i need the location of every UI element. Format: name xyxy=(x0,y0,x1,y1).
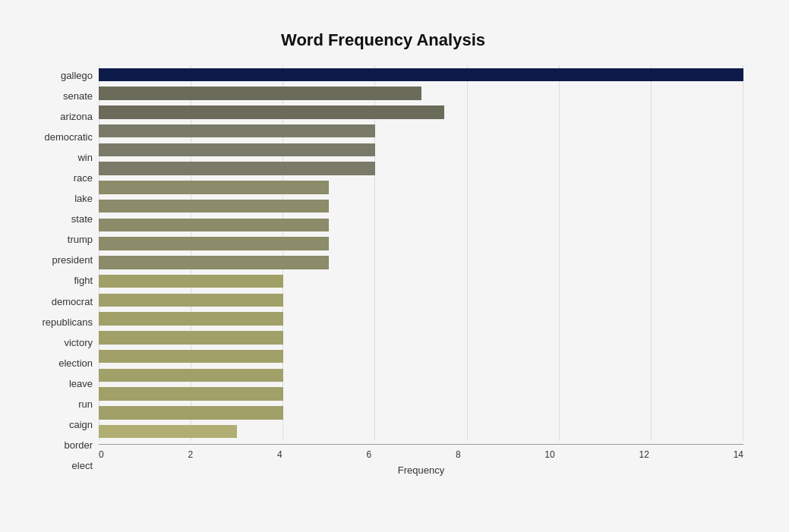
bar xyxy=(99,87,421,99)
bar-row xyxy=(99,366,743,385)
bar xyxy=(99,237,329,250)
bar xyxy=(99,200,329,212)
bar-row xyxy=(99,159,743,178)
chart-container: Word Frequency Analysis gallegosenateari… xyxy=(15,15,774,532)
x-tick: 14 xyxy=(734,449,743,460)
y-label: democratic xyxy=(44,132,93,142)
bar xyxy=(99,256,329,269)
bar xyxy=(99,369,283,382)
bar-row xyxy=(99,329,743,348)
x-tick: 8 xyxy=(456,449,461,460)
bar-row xyxy=(99,422,743,441)
bar-row xyxy=(99,140,743,159)
y-label: race xyxy=(74,173,93,183)
y-labels: gallegosenatearizonademocraticwinracelak… xyxy=(23,65,99,476)
y-label: senate xyxy=(63,91,93,101)
y-label: president xyxy=(52,255,93,265)
x-tick: 2 xyxy=(188,449,193,460)
x-axis-label: Frequency xyxy=(99,464,743,476)
y-label: election xyxy=(58,358,93,368)
y-label: republicans xyxy=(43,317,93,327)
bar-row xyxy=(99,178,743,197)
bar xyxy=(99,181,329,194)
bar-row xyxy=(99,216,743,235)
y-label: arizona xyxy=(60,112,93,121)
bar xyxy=(99,105,444,118)
x-tick: 6 xyxy=(366,449,371,460)
bar-row xyxy=(99,197,743,216)
bar-row xyxy=(99,310,743,329)
bar xyxy=(99,331,283,344)
y-label: win xyxy=(77,153,93,162)
y-label: lake xyxy=(74,194,93,203)
x-tick: 12 xyxy=(639,449,649,460)
chart-area: gallegosenatearizonademocraticwinracelak… xyxy=(23,65,743,476)
x-tick: 10 xyxy=(544,449,554,460)
bar xyxy=(99,294,283,307)
bar xyxy=(99,162,375,175)
y-label: border xyxy=(64,440,93,450)
bars-wrapper xyxy=(99,65,743,441)
bar-row xyxy=(99,253,743,272)
y-label: leave xyxy=(69,379,93,389)
bar xyxy=(99,312,283,325)
bar-row xyxy=(99,103,743,122)
bar-row xyxy=(99,291,743,310)
bar-row xyxy=(99,404,743,423)
bar-row xyxy=(99,385,743,404)
y-label: gallego xyxy=(61,71,93,80)
y-label: run xyxy=(78,399,93,409)
bar-row xyxy=(99,121,743,140)
x-tick: 0 xyxy=(99,449,104,460)
bar-row xyxy=(99,84,743,103)
bar xyxy=(99,219,329,231)
y-label: victory xyxy=(64,338,93,348)
y-label: fight xyxy=(74,275,93,285)
bar xyxy=(99,350,283,363)
bar xyxy=(99,275,283,288)
bar-row xyxy=(99,347,743,366)
y-label: caign xyxy=(69,420,93,430)
y-label: state xyxy=(71,214,93,224)
x-axis: 02468101214 xyxy=(99,444,743,460)
bar xyxy=(99,387,283,400)
bar xyxy=(99,143,375,156)
bar xyxy=(99,406,283,419)
y-label: democrat xyxy=(52,297,93,307)
bars-and-axes: 02468101214 Frequency xyxy=(99,65,743,476)
bar-row xyxy=(99,235,743,253)
bar xyxy=(99,425,237,438)
bar-row xyxy=(99,65,743,84)
bar xyxy=(99,124,375,137)
y-label: trump xyxy=(68,235,93,244)
bar xyxy=(99,68,743,81)
y-label: elect xyxy=(72,461,93,471)
x-tick: 4 xyxy=(277,449,282,460)
chart-title: Word Frequency Analysis xyxy=(23,30,743,50)
bar-row xyxy=(99,272,743,291)
